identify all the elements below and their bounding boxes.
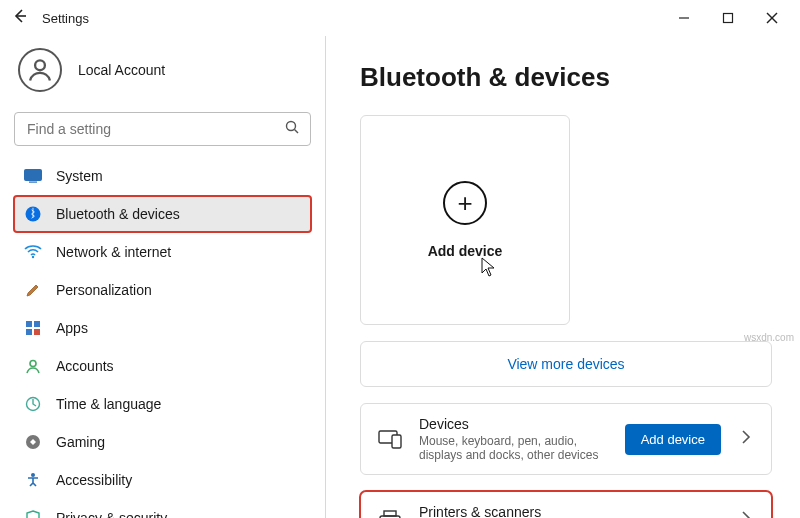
wifi-icon	[24, 243, 42, 261]
printer-icon	[377, 507, 403, 518]
sidebar-item-gaming[interactable]: Gaming	[14, 424, 311, 460]
shield-icon	[24, 509, 42, 518]
sidebar-item-label: Personalization	[56, 282, 152, 298]
svg-rect-21	[384, 511, 396, 516]
sidebar-item-label: Accessibility	[56, 472, 132, 488]
brush-icon	[24, 281, 42, 299]
sidebar-item-label: Time & language	[56, 396, 161, 412]
devices-row-title: Devices	[419, 416, 609, 432]
sidebar-item-time-language[interactable]: Time & language	[14, 386, 311, 422]
back-arrow-icon	[12, 8, 28, 24]
svg-point-10	[32, 256, 34, 258]
sidebar-item-accessibility[interactable]: Accessibility	[14, 462, 311, 498]
sidebar-item-privacy-security[interactable]: Privacy & security	[14, 500, 311, 518]
sidebar-item-personalization[interactable]: Personalization	[14, 272, 311, 308]
search-input[interactable]	[25, 120, 284, 138]
maximize-icon	[722, 12, 734, 24]
add-device-button[interactable]: Add device	[625, 424, 721, 455]
svg-rect-20	[392, 435, 401, 448]
gaming-icon	[24, 433, 42, 451]
bluetooth-icon	[24, 205, 42, 223]
devices-row[interactable]: Devices Mouse, keyboard, pen, audio, dis…	[360, 403, 772, 475]
watermark: wsxdn.com	[744, 332, 794, 343]
svg-line-6	[295, 130, 299, 134]
minimize-icon	[678, 12, 690, 24]
view-more-devices-button[interactable]: View more devices	[360, 341, 772, 387]
svg-rect-8	[29, 182, 37, 183]
maximize-button[interactable]	[706, 3, 750, 33]
sidebar-item-label: System	[56, 168, 103, 184]
avatar-icon	[18, 48, 62, 92]
svg-point-4	[35, 60, 45, 70]
svg-rect-12	[34, 321, 40, 327]
accessibility-icon	[24, 471, 42, 489]
printers-row-title: Printers & scanners	[419, 504, 721, 518]
devices-row-subtitle: Mouse, keyboard, pen, audio, displays an…	[419, 434, 609, 462]
sidebar-item-system[interactable]: System	[14, 158, 311, 194]
system-icon	[24, 167, 42, 185]
page-title: Bluetooth & devices	[360, 62, 772, 93]
account-name: Local Account	[78, 62, 165, 78]
back-button[interactable]	[6, 8, 34, 28]
plus-icon: +	[443, 181, 487, 225]
view-more-label: View more devices	[507, 356, 624, 372]
minimize-button[interactable]	[662, 3, 706, 33]
search-field[interactable]	[14, 112, 311, 146]
svg-rect-1	[724, 14, 733, 23]
sidebar-item-accounts[interactable]: Accounts	[14, 348, 311, 384]
window-title: Settings	[42, 11, 89, 26]
svg-point-15	[30, 361, 36, 367]
close-icon	[766, 12, 778, 24]
apps-icon	[24, 319, 42, 337]
accounts-icon	[24, 357, 42, 375]
add-device-card[interactable]: + Add device	[360, 115, 570, 325]
nav-list: System Bluetooth & devices Network & int…	[10, 158, 315, 518]
svg-rect-13	[26, 329, 32, 335]
svg-point-5	[287, 122, 296, 131]
sidebar-item-label: Bluetooth & devices	[56, 206, 180, 222]
sidebar-item-label: Network & internet	[56, 244, 171, 260]
titlebar: Settings	[0, 0, 800, 36]
svg-rect-14	[34, 329, 40, 335]
sidebar-item-label: Accounts	[56, 358, 114, 374]
sidebar-item-label: Apps	[56, 320, 88, 336]
sidebar: Local Account System Bluetooth & devices…	[0, 36, 326, 518]
sidebar-item-label: Privacy & security	[56, 510, 167, 518]
search-icon	[284, 119, 300, 139]
svg-rect-11	[26, 321, 32, 327]
devices-icon	[377, 426, 403, 452]
chevron-right-icon[interactable]	[737, 430, 755, 448]
sidebar-item-bluetooth-devices[interactable]: Bluetooth & devices	[14, 196, 311, 232]
printers-scanners-row[interactable]: Printers & scanners Preferences, trouble…	[360, 491, 772, 518]
chevron-right-icon[interactable]	[737, 511, 755, 518]
main-content: Bluetooth & devices + Add device View mo…	[326, 36, 800, 518]
svg-point-18	[31, 473, 35, 477]
close-button[interactable]	[750, 3, 794, 33]
sidebar-item-network[interactable]: Network & internet	[14, 234, 311, 270]
sidebar-item-apps[interactable]: Apps	[14, 310, 311, 346]
sidebar-item-label: Gaming	[56, 434, 105, 450]
clock-globe-icon	[24, 395, 42, 413]
svg-rect-7	[25, 170, 42, 181]
cursor-icon	[481, 257, 497, 282]
profile-block[interactable]: Local Account	[10, 40, 315, 106]
